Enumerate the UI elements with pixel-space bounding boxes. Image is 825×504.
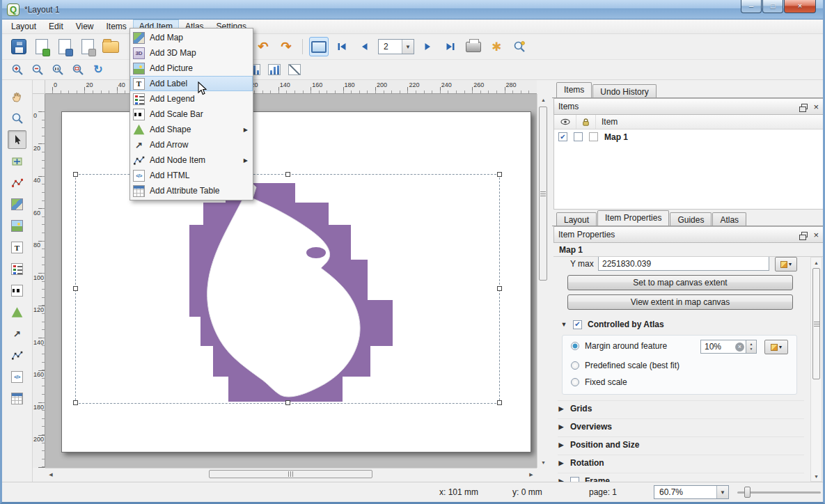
set-extent-button[interactable]: Set to map canvas extent [567, 275, 793, 290]
tab-undo-history[interactable]: Undo History [592, 84, 656, 97]
menu-item-add-html[interactable]: </> Add HTML [130, 168, 253, 183]
expand-triangle-icon[interactable]: ▶ [558, 423, 565, 430]
horizontal-scroll-thumb[interactable] [209, 470, 372, 478]
minimize-button[interactable]: – [741, 0, 762, 13]
y-max-field[interactable]: 2251830.039 [598, 257, 769, 271]
redo-button[interactable]: ↷ [276, 37, 296, 56]
resize-handle-se[interactable] [497, 400, 502, 405]
properties-scroll-thumb[interactable] [812, 268, 820, 379]
zoom-actual-button[interactable] [49, 61, 66, 78]
menu-items[interactable]: Items [100, 19, 133, 33]
undo-button[interactable]: ↶ [253, 37, 273, 56]
resize-items-button[interactable] [286, 61, 303, 78]
section-position-size[interactable]: ▶ Position and Size [558, 436, 804, 452]
collapse-triangle-icon[interactable]: ▼ [560, 321, 567, 328]
print-atlas-button[interactable] [464, 37, 483, 56]
resize-handle-sw[interactable] [73, 400, 78, 405]
menu-item-add-label[interactable]: T Add Label [130, 76, 253, 91]
scroll-up-icon[interactable]: ▲ [811, 259, 822, 266]
scroll-down-icon[interactable]: ▼ [811, 473, 822, 480]
table-row[interactable]: ✔ Map 1 [554, 129, 823, 144]
tab-atlas[interactable]: Atlas [712, 212, 746, 226]
lock-checkbox[interactable] [574, 132, 583, 141]
margin-radio[interactable] [571, 342, 579, 350]
menu-item-add-node-item[interactable]: Add Node Item ▶ [130, 152, 253, 168]
resize-handle-s[interactable] [285, 400, 290, 405]
menu-item-add-attribute-table[interactable]: Add Attribute Table [130, 183, 253, 198]
spin-down-icon[interactable]: ▼ [750, 347, 753, 352]
layout-canvas[interactable] [45, 94, 537, 468]
pan-tool-button[interactable] [8, 87, 26, 106]
menu-item-add-scale-bar[interactable]: Add Scale Bar [130, 107, 253, 122]
section-frame[interactable]: ▶ Frame [558, 473, 804, 482]
expand-triangle-icon[interactable]: ▶ [558, 441, 565, 448]
undock-panel-icon[interactable] [801, 232, 808, 237]
horizontal-scrollbar[interactable]: ◀ ▶ [45, 468, 537, 480]
scroll-down-icon[interactable]: ▼ [537, 458, 549, 466]
atlas-settings-button[interactable]: ✱ [487, 37, 506, 56]
visibility-checkbox[interactable]: ✔ [558, 132, 567, 141]
layout-manager-button[interactable] [78, 37, 97, 56]
close-panel-icon[interactable]: × [813, 102, 819, 111]
zoom-out-button[interactable] [29, 61, 46, 78]
add-legend-tool-button[interactable] [8, 260, 26, 278]
add-node-item-tool-button[interactable] [8, 346, 26, 365]
menu-item-add-arrow[interactable]: ↗ Add Arrow [130, 137, 253, 152]
clear-value-icon[interactable]: × [735, 342, 744, 352]
resize-handle-w[interactable] [73, 286, 78, 291]
preview-atlas-button[interactable] [309, 37, 329, 56]
last-feature-button[interactable] [441, 37, 460, 56]
menu-item-add-shape[interactable]: Add Shape ▶ [130, 122, 253, 137]
maximize-button[interactable]: □ [762, 0, 783, 13]
add-attribute-table-tool-button[interactable] [8, 389, 26, 408]
add-label-tool-button[interactable]: T [8, 238, 26, 257]
move-item-content-tool-button[interactable] [8, 152, 26, 171]
add-shape-tool-button[interactable] [8, 303, 26, 322]
resize-handle-nw[interactable] [73, 172, 78, 177]
edit-nodes-tool-button[interactable] [8, 173, 26, 192]
add-arrow-tool-button[interactable]: ↗ [8, 324, 26, 343]
controlled-by-atlas-checkbox[interactable]: ✔ [573, 320, 582, 329]
menu-item-add-picture[interactable]: Add Picture [130, 61, 253, 76]
menu-edit[interactable]: Edit [42, 19, 70, 33]
add-html-tool-button[interactable]: </> [8, 368, 26, 386]
properties-scrollbar[interactable]: ▲ ▼ [810, 257, 822, 482]
zoom-in-button[interactable] [9, 61, 26, 78]
map-item-frame[interactable] [75, 174, 500, 404]
spin-buttons[interactable]: ▲ ▼ [746, 340, 757, 354]
tab-item-properties[interactable]: Item Properties [597, 210, 669, 226]
tab-guides[interactable]: Guides [670, 212, 712, 226]
zoom-tool-button[interactable] [8, 109, 26, 127]
expand-triangle-icon[interactable]: ▶ [558, 405, 565, 412]
scroll-right-icon[interactable]: ▶ [527, 468, 535, 480]
fixed-scale-radio[interactable] [571, 378, 579, 386]
add-map-tool-button[interactable] [8, 195, 26, 214]
resize-handle-n[interactable] [285, 172, 290, 177]
atlas-feature-combo[interactable]: 2 ▼ [378, 39, 414, 54]
resize-handle-ne[interactable] [497, 172, 502, 177]
menu-item-add-3d-map[interactable]: 3D Add 3D Map [130, 45, 253, 61]
spin-up-icon[interactable]: ▲ [750, 342, 753, 347]
select-move-item-tool-button[interactable] [8, 130, 26, 149]
save-project-button[interactable] [9, 37, 29, 56]
chevron-down-icon[interactable]: ▼ [716, 486, 728, 498]
menu-item-add-legend[interactable]: Add Legend [130, 91, 253, 107]
menu-view[interactable]: View [70, 19, 100, 33]
chevron-down-icon[interactable]: ▼ [402, 40, 414, 54]
zoom-full-button[interactable] [70, 61, 86, 78]
refresh-button[interactable]: ↻ [90, 61, 107, 78]
duplicate-layout-button[interactable] [55, 37, 74, 56]
distribute-items-button[interactable] [266, 61, 283, 78]
export-atlas-button[interactable] [510, 37, 529, 56]
margin-spinbox[interactable]: 10% × [700, 340, 746, 354]
zoom-level-combo[interactable]: 60.7% ▼ [654, 485, 729, 499]
margin-option-row[interactable]: Margin around feature [571, 341, 667, 351]
predefined-scale-row[interactable]: Predefined scale (best fit) [571, 361, 679, 370]
view-extent-button[interactable]: View extent in map canvas [567, 294, 793, 310]
resize-handle-e[interactable] [497, 286, 502, 291]
tab-layout[interactable]: Layout [556, 212, 597, 226]
data-defined-override-button[interactable]: ▾ [775, 257, 797, 271]
previous-feature-button[interactable] [355, 37, 375, 56]
menu-item-add-map[interactable]: Add Map [130, 30, 253, 45]
expand-triangle-icon[interactable]: ▶ [558, 459, 565, 466]
